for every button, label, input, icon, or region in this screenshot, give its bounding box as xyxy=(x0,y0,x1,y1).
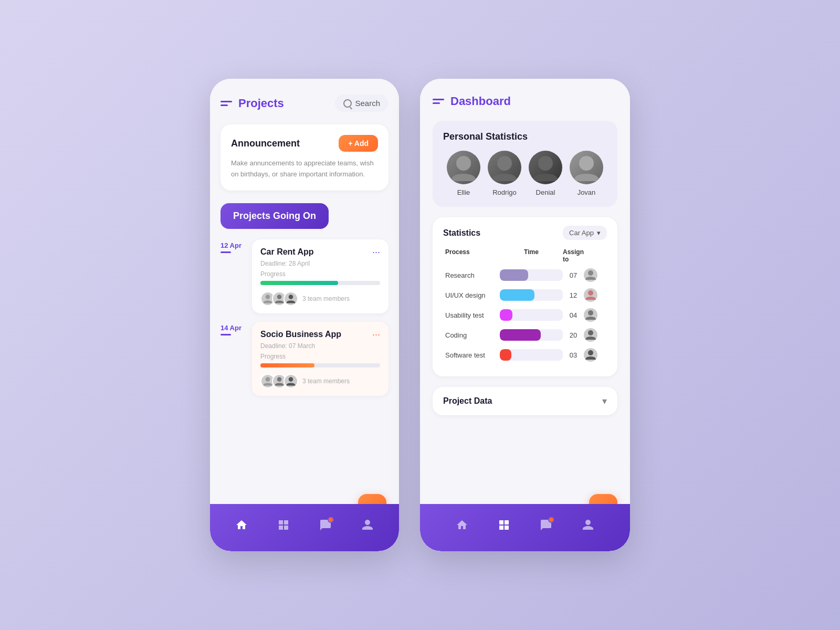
bar-container-uiux xyxy=(500,289,563,301)
avatar-item-denial: Denial xyxy=(529,151,562,196)
avatar-sm-2c xyxy=(284,374,298,388)
process-softwaretest: Software test xyxy=(445,351,500,359)
personal-stats-title: Personal Statistics xyxy=(443,131,607,142)
announcement-text: Make annuncements to appreciate teams, w… xyxy=(231,158,378,180)
project-item-2: 14 Apr Socio Business App ··· Deadline: … xyxy=(220,322,388,396)
right-nav-home-icon[interactable] xyxy=(453,516,471,534)
svg-point-6 xyxy=(456,156,471,171)
project-date-2: 14 Apr xyxy=(220,322,246,396)
stats-header-row: Process Time Assign to xyxy=(443,248,607,263)
progress-bar-bg-1 xyxy=(260,281,380,285)
right-nav-chat-icon[interactable] xyxy=(537,516,555,534)
chevron-down-icon[interactable]: ▾ xyxy=(602,395,607,407)
nav-home-icon[interactable] xyxy=(232,516,251,534)
header-left: Projects xyxy=(220,97,284,110)
project-name-1: Car Rent App xyxy=(260,247,314,257)
time-usability: 04 xyxy=(563,311,584,319)
svg-point-8 xyxy=(538,156,553,171)
right-phone: Dashboard Personal Statistics Ellie Rodr… xyxy=(420,79,630,551)
statistics-title: Statistics xyxy=(443,228,480,238)
bar-container-research xyxy=(500,269,563,281)
project-card-header-1: Car Rent App ··· xyxy=(260,247,380,258)
avatars-row: Ellie Rodrigo Denial xyxy=(443,151,607,196)
add-announcement-button[interactable]: + Add xyxy=(339,135,378,152)
chevron-down-icon: ▾ xyxy=(597,229,601,237)
avatar-label-denial: Denial xyxy=(536,188,555,196)
project-menu-dots-2[interactable]: ··· xyxy=(372,329,380,340)
avatar-denial[interactable] xyxy=(529,151,562,184)
svg-point-0 xyxy=(266,295,270,299)
nav-grid-icon[interactable] xyxy=(274,516,293,534)
statistics-section: Statistics Car App ▾ Process Time Assign… xyxy=(433,217,617,376)
svg-point-9 xyxy=(579,156,594,171)
avatar-rodrigo[interactable] xyxy=(488,151,521,184)
announcement-card: Announcement + Add Make annuncements to … xyxy=(220,124,388,191)
svg-point-5 xyxy=(289,377,293,382)
process-coding: Coding xyxy=(445,331,500,339)
project-deadline-2: Deadline: 07 March xyxy=(260,342,380,350)
search-button[interactable]: Search xyxy=(335,94,388,112)
team-members-1: 3 team members xyxy=(260,291,380,306)
stats-row-research: Research 07 xyxy=(443,268,607,282)
announcement-title: Announcement xyxy=(231,138,300,149)
date-text-2: 14 Apr xyxy=(220,324,246,332)
stats-row-uiux: UI/UX design 12 xyxy=(443,288,607,302)
menu-icon[interactable] xyxy=(220,101,232,106)
avatar-sm-1c xyxy=(284,291,298,306)
right-menu-line-2 xyxy=(433,102,440,104)
right-menu-line-1 xyxy=(433,99,444,100)
avatar-ellie[interactable] xyxy=(447,151,480,184)
team-count-1: 3 team members xyxy=(302,295,350,302)
svg-point-1 xyxy=(277,295,282,299)
progress-bar-bg-2 xyxy=(260,363,380,368)
stats-row-coding: Coding 20 xyxy=(443,328,607,342)
stats-row-softwaretest: Software test 03 xyxy=(443,348,607,362)
project-data-section: Project Data ▾ xyxy=(433,387,617,415)
right-nav-profile-icon[interactable] xyxy=(579,516,597,534)
assign-avatar-usability xyxy=(584,308,597,322)
svg-point-13 xyxy=(588,330,593,335)
search-icon xyxy=(343,99,352,108)
right-nav-grid-icon[interactable] xyxy=(495,516,513,534)
announcement-header: Announcement + Add xyxy=(231,135,378,152)
right-menu-icon[interactable] xyxy=(433,99,444,104)
avatar-label-rodrigo: Rodrigo xyxy=(492,188,517,196)
project-progress-label-2: Progress xyxy=(260,353,380,360)
bar-coding xyxy=(500,329,541,341)
search-label: Search xyxy=(355,99,380,108)
left-phone: Projects Search Announcement + Add Make … xyxy=(210,79,399,551)
projects-title: Projects xyxy=(238,97,284,110)
team-count-2: 3 team members xyxy=(302,377,350,385)
date-line-1 xyxy=(220,251,231,253)
nav-chat-icon[interactable] xyxy=(316,516,335,534)
date-text-1: 12 Apr xyxy=(220,242,246,249)
project-card-header-2: Socio Business App ··· xyxy=(260,329,380,340)
col-time: Time xyxy=(500,248,563,263)
car-app-dropdown[interactable]: Car App ▾ xyxy=(563,226,607,240)
project-progress-label-1: Progress xyxy=(260,270,380,278)
statistics-header: Statistics Car App ▾ xyxy=(443,226,607,240)
avatar-item-rodrigo: Rodrigo xyxy=(488,151,521,196)
bar-softwaretest xyxy=(500,349,511,361)
avatar-jovan[interactable] xyxy=(570,151,603,184)
process-usability: Usability test xyxy=(445,311,500,319)
assign-avatar-research xyxy=(584,268,597,282)
dashboard-title: Dashboard xyxy=(450,94,511,108)
project-date-1: 12 Apr xyxy=(220,239,246,313)
project-deadline-1: Deadline: 28 April xyxy=(260,260,380,267)
right-header: Dashboard xyxy=(433,94,617,108)
time-softwaretest: 03 xyxy=(563,351,584,359)
avatar-label-jovan: Jovan xyxy=(578,188,596,196)
nav-profile-icon[interactable] xyxy=(358,516,377,534)
time-research: 07 xyxy=(563,271,584,279)
svg-point-3 xyxy=(266,377,270,382)
assign-avatar-softwaretest xyxy=(584,348,597,362)
project-data-header: Project Data ▾ xyxy=(443,395,607,407)
bar-usability xyxy=(500,309,512,321)
projects-going-on-badge: Projects Going On xyxy=(220,203,329,229)
menu-line-1 xyxy=(220,101,232,102)
project-card-1: Car Rent App ··· Deadline: 28 April Prog… xyxy=(252,239,388,313)
right-header-left: Dashboard xyxy=(433,94,511,108)
project-menu-dots-1[interactable]: ··· xyxy=(372,247,380,258)
svg-point-10 xyxy=(588,270,593,276)
